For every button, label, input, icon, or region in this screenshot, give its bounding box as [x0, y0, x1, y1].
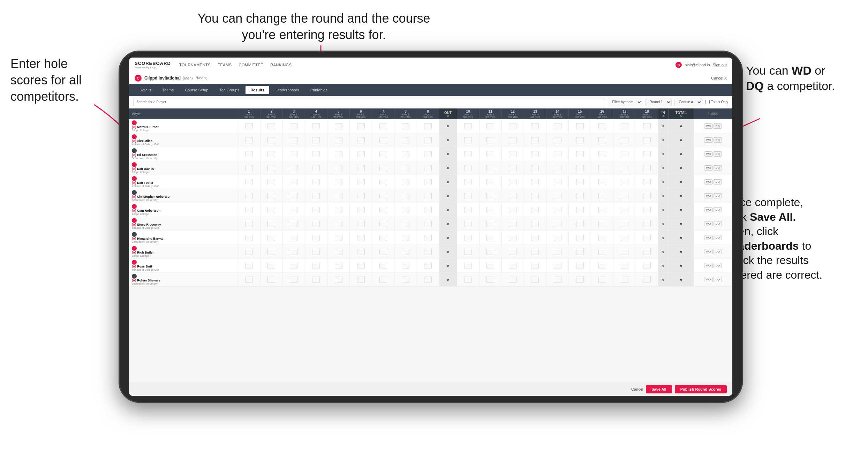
score-hole-8[interactable]	[394, 175, 417, 189]
score-hole-1[interactable]	[238, 231, 260, 245]
score-hole-15[interactable]	[569, 175, 591, 189]
publish-round-button[interactable]: Publish Round Scores	[675, 385, 727, 393]
score-input-hole-12[interactable]	[509, 137, 516, 143]
score-hole-15[interactable]	[569, 217, 591, 231]
score-hole-18[interactable]	[636, 231, 658, 245]
score-hole-11[interactable]	[479, 273, 501, 287]
score-input-hole-8[interactable]	[402, 137, 409, 143]
score-hole-11[interactable]	[479, 217, 501, 231]
score-input-hole-12[interactable]	[509, 179, 516, 185]
score-hole-18[interactable]	[636, 175, 658, 189]
score-hole-10[interactable]	[457, 231, 479, 245]
score-hole-2[interactable]	[260, 203, 282, 217]
score-input-hole-2[interactable]	[267, 137, 275, 143]
dq-button[interactable]: DQ	[714, 193, 722, 198]
score-hole-14[interactable]	[546, 189, 569, 203]
score-hole-17[interactable]	[613, 147, 636, 161]
score-hole-12[interactable]	[501, 203, 524, 217]
totals-only-checkbox[interactable]	[705, 100, 710, 104]
score-hole-1[interactable]	[238, 189, 260, 203]
score-input-hole-5[interactable]	[335, 123, 342, 129]
score-hole-5[interactable]	[327, 203, 350, 217]
score-input-hole-10[interactable]	[464, 249, 472, 255]
tab-printables[interactable]: Printables	[305, 86, 332, 94]
totals-only-toggle[interactable]: Totals Only	[705, 100, 728, 104]
score-input-hole-14[interactable]	[554, 165, 561, 171]
score-input-hole-17[interactable]	[621, 137, 628, 143]
score-input-hole-17[interactable]	[621, 193, 628, 199]
score-hole-4[interactable]	[305, 217, 327, 231]
score-hole-7[interactable]	[372, 119, 394, 133]
score-input-hole-6[interactable]	[357, 123, 365, 129]
score-input-hole-2[interactable]	[267, 179, 275, 185]
dq-button[interactable]: DQ	[714, 249, 722, 254]
score-input-hole-6[interactable]	[357, 249, 365, 255]
nav-teams[interactable]: TEAMS	[218, 63, 232, 67]
score-input-hole-11[interactable]	[486, 123, 494, 129]
score-hole-17[interactable]	[613, 175, 636, 189]
score-hole-11[interactable]	[479, 231, 501, 245]
score-input-hole-14[interactable]	[554, 151, 561, 157]
score-input-hole-14[interactable]	[554, 249, 561, 255]
score-input-hole-17[interactable]	[621, 235, 628, 241]
score-hole-7[interactable]	[372, 147, 394, 161]
score-input-hole-10[interactable]	[464, 193, 472, 199]
score-hole-17[interactable]	[613, 161, 636, 175]
score-input-hole-13[interactable]	[531, 165, 539, 171]
score-input-hole-9[interactable]	[424, 221, 432, 227]
score-input-hole-13[interactable]	[531, 249, 539, 255]
score-input-hole-4[interactable]	[312, 235, 320, 241]
score-hole-3[interactable]	[282, 133, 305, 147]
score-hole-7[interactable]	[372, 217, 394, 231]
score-hole-14[interactable]	[546, 259, 569, 273]
score-hole-8[interactable]	[394, 189, 417, 203]
score-hole-7[interactable]	[372, 175, 394, 189]
score-input-hole-4[interactable]	[312, 193, 320, 199]
score-input-hole-17[interactable]	[621, 179, 628, 185]
score-input-hole-10[interactable]	[464, 263, 472, 269]
score-input-hole-18[interactable]	[643, 221, 651, 227]
score-input-hole-15[interactable]	[576, 207, 584, 213]
score-input-hole-16[interactable]	[598, 123, 606, 129]
score-input-hole-11[interactable]	[486, 235, 494, 241]
score-hole-12[interactable]	[501, 161, 524, 175]
score-input-hole-12[interactable]	[509, 207, 516, 213]
score-hole-15[interactable]	[569, 189, 591, 203]
score-input-hole-3[interactable]	[290, 207, 297, 213]
wd-button[interactable]: WD	[704, 207, 713, 212]
score-input-hole-7[interactable]	[379, 249, 387, 255]
score-input-hole-2[interactable]	[267, 165, 275, 171]
score-hole-12[interactable]	[501, 175, 524, 189]
score-input-hole-8[interactable]	[402, 151, 409, 157]
score-hole-13[interactable]	[524, 147, 546, 161]
score-input-hole-16[interactable]	[598, 207, 606, 213]
score-input-hole-17[interactable]	[621, 263, 628, 269]
score-hole-6[interactable]	[350, 175, 372, 189]
score-hole-5[interactable]	[327, 259, 350, 273]
score-input-hole-2[interactable]	[267, 193, 275, 199]
score-hole-2[interactable]	[260, 119, 282, 133]
score-hole-1[interactable]	[238, 259, 260, 273]
score-input-hole-14[interactable]	[554, 193, 561, 199]
score-input-hole-17[interactable]	[621, 123, 628, 129]
score-hole-10[interactable]	[457, 259, 479, 273]
score-input-hole-17[interactable]	[621, 165, 628, 171]
score-hole-18[interactable]	[636, 161, 658, 175]
nav-rankings[interactable]: RANKINGS	[270, 63, 292, 67]
score-input-hole-5[interactable]	[335, 165, 342, 171]
score-input-hole-17[interactable]	[621, 207, 628, 213]
score-hole-16[interactable]	[591, 189, 613, 203]
score-input-hole-5[interactable]	[335, 193, 342, 199]
score-input-hole-12[interactable]	[509, 249, 516, 255]
dq-button[interactable]: DQ	[714, 235, 722, 240]
wd-button[interactable]: WD	[704, 277, 713, 282]
score-hole-9[interactable]	[417, 147, 439, 161]
score-input-hole-6[interactable]	[357, 235, 365, 241]
score-hole-17[interactable]	[613, 245, 636, 259]
score-hole-3[interactable]	[282, 273, 305, 287]
score-input-hole-15[interactable]	[576, 151, 584, 157]
score-hole-18[interactable]	[636, 259, 658, 273]
score-hole-10[interactable]	[457, 133, 479, 147]
score-hole-18[interactable]	[636, 217, 658, 231]
wd-button[interactable]: WD	[704, 123, 713, 129]
